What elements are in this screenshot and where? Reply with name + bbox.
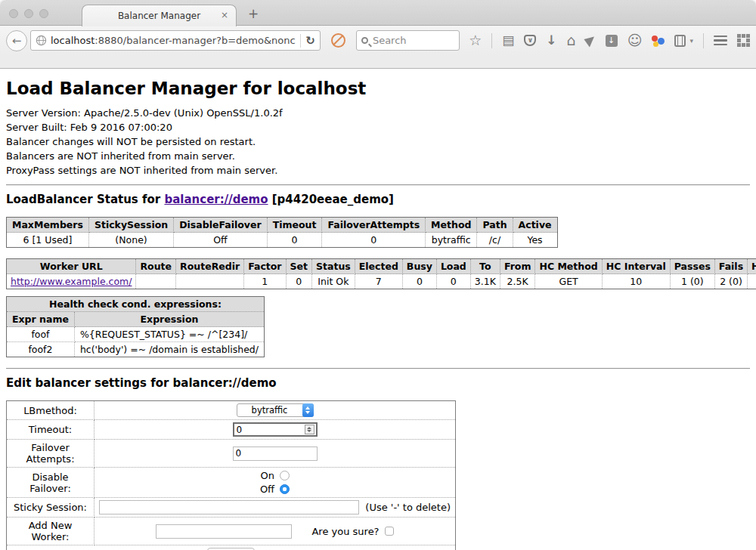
- header-cell: HC Interval: [602, 259, 670, 274]
- container-tabs-icon[interactable]: [674, 35, 686, 47]
- failover-attempts-input[interactable]: [233, 446, 318, 461]
- menu-hamburger-icon[interactable]: [714, 36, 727, 46]
- worker-url-cell: http://www.example.com/: [7, 274, 136, 289]
- form-row: LBmethod: bytraffic: [7, 401, 456, 420]
- data-cell: (None): [88, 233, 173, 248]
- data-cell: 0: [436, 274, 470, 289]
- downloads-icon[interactable]: ↓: [546, 34, 556, 47]
- form-row: Timeout:: [7, 420, 456, 440]
- site-identity-globe-icon[interactable]: [36, 35, 47, 46]
- grid-icon[interactable]: [737, 34, 750, 47]
- lbmethod-label: LBmethod:: [7, 401, 94, 420]
- feedback-smiley-icon[interactable]: ☺: [627, 33, 643, 48]
- data-cell: 0: [402, 274, 436, 289]
- header-cell: Timeout: [267, 218, 322, 233]
- toolbar-icons: ☆ ▤ ∨ ↓ ⌂ ↓ ☺ ▾: [469, 33, 750, 48]
- worker-url-link[interactable]: http://www.example.com/: [11, 276, 132, 287]
- expression-cell: %{REQUEST_STATUS} =~ /^[234]/: [74, 327, 264, 342]
- zoom-window-button[interactable]: [39, 9, 48, 18]
- data-cell: 0: [267, 233, 322, 248]
- table-row: 6 [1 Used] (None) Off 0 0 bytraffic /c/ …: [7, 233, 558, 248]
- disable-failover-label: Disable Failover:: [7, 468, 94, 498]
- minimize-window-button[interactable]: [24, 9, 33, 18]
- divider: [6, 368, 750, 369]
- on-radio-label: On: [261, 470, 274, 481]
- tab-close-icon[interactable]: ×: [221, 10, 228, 20]
- data-cell: 6 [1 Used]: [7, 233, 89, 248]
- url-bar[interactable]: localhost:8880/balancer-manager?b=demo&n…: [30, 30, 321, 51]
- data-cell: Init Ok: [312, 274, 355, 289]
- off-radio-label: Off: [260, 484, 274, 495]
- toolbar-separator: [491, 33, 492, 48]
- header-cell: Active: [513, 218, 557, 233]
- search-field[interactable]: Search: [356, 30, 460, 51]
- reading-list-icon[interactable]: ▤: [502, 34, 514, 47]
- tab-bar: Balancer Manager × +: [0, 0, 756, 26]
- balancer-settings-form: LBmethod: bytraffic Timeout:: [6, 400, 456, 550]
- close-window-button[interactable]: [9, 9, 18, 18]
- header-cell: Factor: [244, 259, 286, 274]
- form-row: Submit: [7, 545, 456, 550]
- pocket-icon[interactable]: ∨: [524, 35, 536, 46]
- balancer-demo-link[interactable]: balancer://demo: [164, 193, 268, 206]
- sticky-session-label: Sticky Session:: [7, 498, 94, 518]
- header-cell: FailoverAttempts: [322, 218, 426, 233]
- data-cell: /c/: [477, 233, 513, 248]
- header-cell: Set: [286, 259, 311, 274]
- disable-failover-off-radio[interactable]: [280, 484, 290, 494]
- balancer-status-heading: LoadBalancer Status for balancer://demo …: [6, 193, 750, 206]
- page-title: Load Balancer Manager for localhost: [6, 79, 750, 98]
- back-button[interactable]: ←: [6, 30, 27, 51]
- container-dropdown-caret-icon[interactable]: ▾: [689, 37, 693, 45]
- header-cell: MaxMembers: [7, 218, 89, 233]
- window-controls: [9, 9, 48, 18]
- disable-failover-on-radio[interactable]: [280, 471, 290, 480]
- header-cell: DisableFailover: [174, 218, 267, 233]
- save-to-device-icon[interactable]: ↓: [606, 35, 618, 47]
- health-check-table: Health check cond. expressions: Expr nam…: [6, 296, 265, 357]
- header-cell: Load: [436, 259, 470, 274]
- data-cell: Yes: [513, 233, 557, 248]
- data-cell: 3.1K: [470, 274, 500, 289]
- home-icon[interactable]: ⌂: [567, 33, 576, 48]
- failover-attempts-label: Failover Attempts:: [7, 440, 94, 468]
- extension-colored-dots-icon[interactable]: [652, 35, 665, 47]
- expr-name-cell: foof2: [7, 342, 75, 357]
- balancer-status-table: MaxMembers StickySession DisableFailover…: [6, 217, 558, 248]
- data-cell: 1: [244, 274, 286, 289]
- browser-tab[interactable]: Balancer Manager ×: [82, 5, 237, 26]
- data-cell: Off: [174, 233, 267, 248]
- data-cell: [176, 274, 244, 289]
- header-cell: Path: [477, 218, 513, 233]
- new-tab-button[interactable]: +: [248, 6, 259, 21]
- table-row: foof2 hc('body') =~ /domain is establish…: [7, 342, 265, 357]
- header-cell: Fails: [714, 259, 747, 274]
- sticky-session-hint: (Use '-' to delete): [365, 502, 451, 513]
- table-header-row: MaxMembers StickySession DisableFailover…: [7, 218, 558, 233]
- lbmethod-select[interactable]: bytraffic: [237, 403, 314, 417]
- number-spinner-icon[interactable]: [305, 425, 314, 434]
- data-cell: GET: [535, 274, 602, 289]
- browser-window: Balancer Manager × + ← localhost:8880/ba…: [0, 0, 756, 550]
- reload-icon[interactable]: ↻: [305, 34, 315, 48]
- form-row: Disable Failover: On Off: [7, 468, 456, 498]
- data-cell: 7: [355, 274, 402, 289]
- table-header-row: Worker URL Route RouteRedir Factor Set S…: [7, 259, 756, 274]
- timeout-label: Timeout:: [7, 420, 94, 440]
- sticky-session-input[interactable]: [99, 500, 359, 514]
- expression-cell: hc('body') =~ /domain is established/: [74, 342, 264, 357]
- data-cell: 2 (0): [714, 274, 747, 289]
- form-row: Sticky Session: (Use '-' to delete): [7, 498, 456, 518]
- notice-line: Balancer changes will NOT be persisted o…: [6, 134, 750, 149]
- table-row: http://www.example.com/ 1 0 Init Ok 7 0 …: [7, 274, 756, 289]
- bookmark-star-icon[interactable]: ☆: [469, 33, 482, 48]
- header-cell: Elected: [355, 259, 402, 274]
- page-content: Load Balancer Manager for localhost Serv…: [0, 79, 756, 550]
- send-tab-icon[interactable]: [584, 33, 597, 47]
- form-row: Add New Worker: Are you sure?: [7, 518, 456, 545]
- add-worker-input[interactable]: [156, 524, 292, 539]
- content-blocked-icon[interactable]: [331, 33, 345, 48]
- add-new-worker-label: Add New Worker:: [7, 518, 94, 545]
- are-you-sure-checkbox[interactable]: [385, 527, 394, 536]
- form-row: Failover Attempts:: [7, 440, 456, 468]
